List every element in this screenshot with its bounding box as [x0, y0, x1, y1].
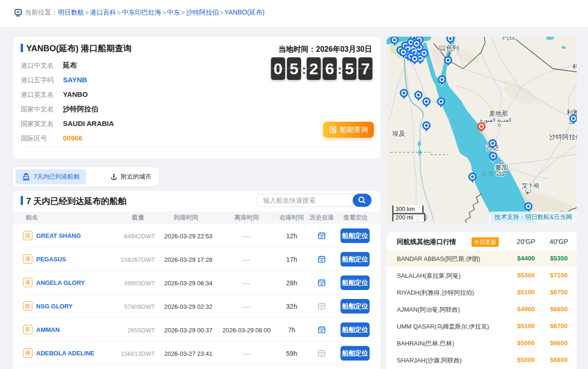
svg-text:科: 科: [573, 63, 577, 70]
svg-text:艾卜哈: 艾卜哈: [522, 182, 540, 189]
svg-text:مكة: مكة: [496, 171, 505, 177]
svg-text:以色列: 以色列: [439, 44, 459, 52]
svg-text:埃及: 埃及: [392, 130, 405, 137]
svg-text:约旦: 约旦: [502, 37, 515, 41]
svg-text:المدينة المنورة: المدينة المنورة: [480, 117, 511, 123]
svg-text:麦地那: 麦地那: [489, 110, 508, 117]
svg-text:ابها: ابها: [525, 189, 531, 195]
svg-text:麥加: 麥加: [495, 164, 508, 171]
svg-text:沙特阿拉伯: 沙特阿拉伯: [549, 133, 577, 141]
svg-text:红海: 红海: [482, 171, 494, 177]
